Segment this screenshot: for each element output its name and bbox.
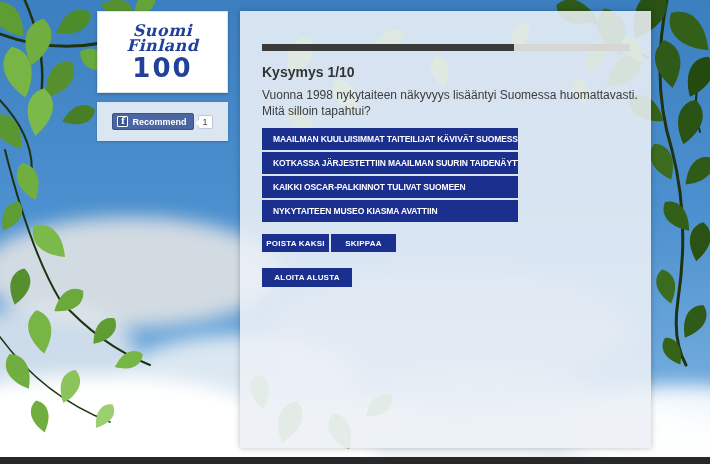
answer-option-4[interactable]: NYKYTAITEEN MUSEO KIASMA AVATTIIN <box>262 200 518 222</box>
facebook-recommend-label: Recommend <box>132 117 186 127</box>
quiz-card: Kysymys 1/10 Vuonna 1998 nykytaiteen näk… <box>240 11 651 448</box>
question-text: Vuonna 1998 nykytaiteen näkyvyys lisäänt… <box>262 87 652 119</box>
facebook-panel: f Recommend 1 <box>97 102 228 141</box>
timer-progress-bar <box>262 44 630 51</box>
logo-text-finland: Finland <box>127 38 199 53</box>
facebook-icon: f <box>117 116 128 127</box>
remove-two-button[interactable]: POISTA KAKSI <box>262 234 329 252</box>
skip-button[interactable]: SKIPPAA <box>331 234 396 252</box>
answer-option-3[interactable]: KAIKKI OSCAR-PALKINNOT TULIVAT SUOMEEN <box>262 176 518 198</box>
lifeline-actions: POISTA KAKSI SKIPPAA <box>262 234 630 252</box>
answer-list: MAAILMAN KUULUISIMMAT TAITEILIJAT KÄVIVÄ… <box>262 128 518 222</box>
question-counter: Kysymys 1/10 <box>262 64 630 80</box>
logo-text-100: 100 <box>132 55 192 81</box>
answer-option-1[interactable]: MAAILMAN KUULUISIMMAT TAITEILIJAT KÄVIVÄ… <box>262 128 518 150</box>
facebook-recommend-button[interactable]: f Recommend <box>112 113 193 130</box>
answer-option-2[interactable]: KOTKASSA JÄRJESTETTIIN MAAILMAN SUURIN T… <box>262 152 518 174</box>
bottom-bar <box>0 457 710 464</box>
timer-progress-fill <box>262 44 514 51</box>
suomi-finland-100-logo: Suomi Finland 100 <box>97 11 228 93</box>
facebook-like-count: 1 <box>198 115 213 129</box>
restart-button[interactable]: ALOITA ALUSTA <box>262 268 352 287</box>
